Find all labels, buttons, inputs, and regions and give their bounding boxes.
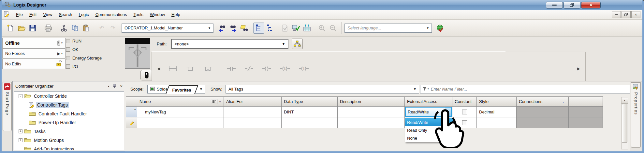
cell-description[interactable] bbox=[338, 117, 405, 128]
scroll-up-button[interactable]: ▲ bbox=[622, 97, 628, 104]
trace-logic-button[interactable] bbox=[264, 23, 275, 34]
organizer-close-icon[interactable]: × bbox=[120, 84, 123, 89]
forces-status-box[interactable]: No Forces ▶ ▾ bbox=[2, 48, 66, 59]
xic-contact-icon[interactable] bbox=[227, 65, 236, 72]
organizer-menu-icon[interactable]: ▾ bbox=[108, 85, 110, 88]
pin-icon[interactable] bbox=[112, 84, 117, 89]
tree-item-label[interactable]: Motion Groups bbox=[33, 137, 65, 143]
mdi-restore-button[interactable] bbox=[622, 11, 631, 18]
tree-item-label[interactable]: Controller Fault Handler bbox=[37, 111, 88, 117]
column-header-data-type[interactable]: Data Type bbox=[282, 97, 338, 107]
column-header-alias-for[interactable]: Alias For bbox=[224, 97, 282, 107]
menu-help[interactable]: Help bbox=[168, 11, 183, 18]
menu-search[interactable]: Search bbox=[55, 11, 75, 18]
column-header-connections[interactable]: Connections ← bbox=[517, 97, 569, 107]
column-header-style[interactable]: Style bbox=[477, 97, 517, 107]
find-tag-button[interactable] bbox=[239, 23, 250, 34]
restore-button[interactable] bbox=[564, 2, 580, 8]
tree-item-controller-fault-handler[interactable]: Controller Fault Handler bbox=[14, 109, 124, 118]
zoom-out-button[interactable] bbox=[328, 23, 339, 34]
minimize-button[interactable] bbox=[546, 2, 563, 8]
column-options-button[interactable] bbox=[211, 99, 217, 104]
open-file-button[interactable] bbox=[16, 23, 27, 34]
find-previous-button[interactable] bbox=[217, 23, 228, 34]
filter-button[interactable]: ▾ bbox=[420, 87, 431, 91]
rung-instruction-icon[interactable] bbox=[168, 65, 178, 72]
undo-button[interactable]: ↶ bbox=[96, 23, 107, 34]
expand-icon[interactable]: + bbox=[19, 138, 22, 142]
chevron-down-icon[interactable]: ▼ bbox=[206, 26, 213, 30]
cell-alias-for[interactable] bbox=[224, 107, 282, 117]
menu-view[interactable]: View bbox=[40, 11, 55, 18]
find-next-button[interactable] bbox=[228, 23, 239, 34]
new-file-button[interactable] bbox=[5, 23, 16, 34]
menu-window[interactable]: Window bbox=[147, 11, 168, 18]
zoom-in-button[interactable] bbox=[316, 23, 328, 34]
tree-item-controller-tags[interactable]: Controller Tags bbox=[14, 100, 124, 109]
who-active-button[interactable] bbox=[292, 39, 303, 49]
copy-button[interactable] bbox=[69, 23, 80, 34]
column-header-constant[interactable]: Constant bbox=[452, 97, 477, 107]
column-header-description[interactable]: Description bbox=[338, 97, 405, 107]
language-globe-button[interactable] bbox=[434, 23, 446, 34]
menu-communications[interactable]: Communications bbox=[92, 11, 130, 18]
print-button[interactable] bbox=[43, 23, 54, 34]
cell-data-type[interactable]: DINT bbox=[282, 107, 338, 117]
cell-style[interactable]: Decimal bbox=[477, 107, 517, 117]
name-filter-input[interactable] bbox=[431, 87, 631, 92]
mdi-close-button[interactable]: × bbox=[631, 11, 640, 18]
tree-item-motion-groups[interactable]: + Motion Groups bbox=[14, 136, 124, 144]
menu-logic[interactable]: Logic bbox=[76, 11, 92, 18]
otu-coil-icon[interactable]: U bbox=[279, 65, 290, 72]
branch-instruction-icon[interactable] bbox=[185, 65, 195, 72]
properties-tab[interactable]: Properties bbox=[631, 82, 641, 148]
chevron-down-icon[interactable]: ▼ bbox=[411, 87, 419, 91]
otl-coil-icon[interactable]: L bbox=[298, 65, 309, 72]
chevron-down-icon[interactable]: ▼ bbox=[424, 26, 432, 30]
edits-status-box[interactable]: No Edits bbox=[2, 59, 66, 69]
row-selector-cell[interactable]: • bbox=[126, 107, 137, 117]
xio-contact-icon[interactable] bbox=[244, 65, 254, 72]
chevron-down-icon[interactable]: ▼ bbox=[197, 87, 205, 91]
column-header-name[interactable]: Name △ bbox=[137, 97, 224, 107]
menu-file[interactable]: File bbox=[13, 11, 26, 18]
title-bar[interactable]: Logix Designer × bbox=[2, 0, 642, 10]
tag-context-combobox[interactable]: OPERATOR_1.Model_Number ▼ bbox=[122, 24, 213, 33]
tree-item-power-up-handler[interactable]: Power-Up Handler bbox=[14, 118, 124, 127]
redo-button[interactable]: ↷ bbox=[107, 23, 118, 34]
chevron-down-icon[interactable]: ▾ bbox=[61, 42, 63, 44]
tree-item-label[interactable]: Tasks bbox=[33, 128, 47, 134]
verify-controller-button[interactable] bbox=[290, 23, 301, 34]
tree-item-tasks[interactable]: + Tasks bbox=[14, 127, 124, 136]
toolbar-toggle-button[interactable] bbox=[140, 70, 153, 80]
table-scrollbar[interactable]: ▲ bbox=[621, 97, 628, 149]
row-selector-cell[interactable] bbox=[126, 117, 137, 128]
expand-icon[interactable]: + bbox=[19, 129, 22, 133]
tree-item-label[interactable]: Controller Stride bbox=[33, 93, 68, 99]
mdi-minimize-button[interactable] bbox=[612, 11, 621, 18]
tree-item-label[interactable]: Power-Up Handler bbox=[37, 120, 77, 126]
menu-edit[interactable]: Edit bbox=[26, 11, 40, 18]
cell-name[interactable]: myNewTag bbox=[137, 107, 224, 117]
branch-level-instruction-icon[interactable] bbox=[203, 65, 213, 72]
path-combobox[interactable]: <none> ▼ bbox=[171, 39, 288, 49]
cell-name[interactable] bbox=[137, 117, 224, 128]
cell-style[interactable] bbox=[477, 117, 517, 128]
menu-tools[interactable]: Tools bbox=[130, 11, 146, 18]
controller-mode-box[interactable]: Offline ▾ bbox=[2, 38, 66, 48]
column-header-external-access[interactable]: External Access bbox=[405, 97, 452, 107]
cut-button[interactable] bbox=[58, 23, 69, 34]
collapse-icon[interactable]: - bbox=[19, 94, 22, 98]
navigate-back-icon[interactable]: ← bbox=[562, 99, 566, 104]
browse-logic-button[interactable] bbox=[253, 23, 264, 34]
tab-favorites[interactable]: Favorites bbox=[166, 85, 198, 94]
start-page-tab[interactable]: Start Page bbox=[3, 82, 12, 131]
verify-routine-button[interactable] bbox=[279, 23, 290, 34]
tree-item-controller-stride[interactable]: - Controller Stride bbox=[14, 92, 124, 100]
chevron-down-icon[interactable]: ▾ bbox=[61, 52, 63, 55]
tree-item-add-on-instructions[interactable]: Add-On Instructions bbox=[14, 144, 124, 150]
cell-alias-for[interactable] bbox=[224, 117, 282, 128]
paste-button[interactable] bbox=[80, 23, 92, 34]
ote-coil-icon[interactable] bbox=[262, 65, 271, 72]
chevron-down-icon[interactable]: ▼ bbox=[279, 42, 288, 46]
